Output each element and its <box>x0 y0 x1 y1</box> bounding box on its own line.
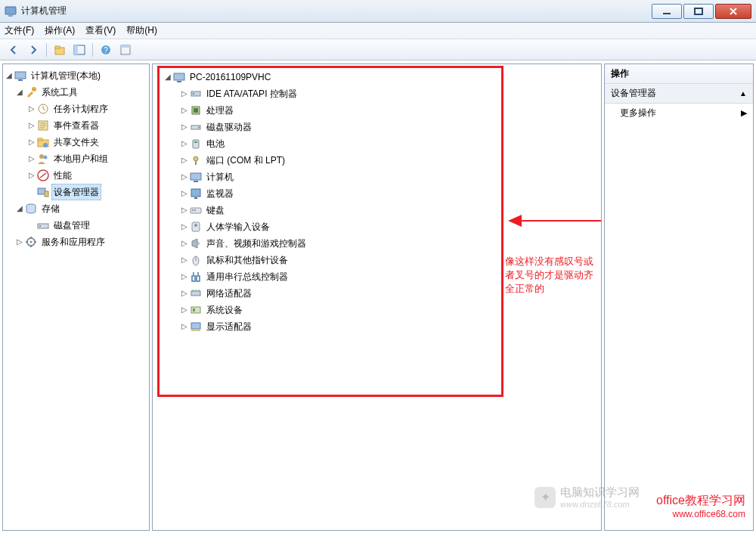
expand-icon[interactable]: ▷ <box>27 118 36 133</box>
expand-icon[interactable]: ▷ <box>180 319 189 334</box>
actions-subheader-label: 设备管理器 <box>611 87 656 100</box>
svg-rect-56 <box>191 330 200 331</box>
device-root[interactable]: ◢ PC-20161109PVHC <box>159 69 595 85</box>
tree-label: 任务计划程序 <box>51 101 110 117</box>
collapse-icon[interactable]: ◢ <box>5 68 14 83</box>
expand-icon[interactable]: ▷ <box>180 302 189 318</box>
device-category-icon <box>190 271 202 283</box>
computer-icon <box>173 71 185 83</box>
device-category[interactable]: ▷人体学输入设备 <box>159 218 595 235</box>
tree-root[interactable]: ◢ 计算机管理(本地) <box>5 67 147 84</box>
device-category[interactable]: ▷端口 (COM 和 LPT) <box>159 152 595 169</box>
help-button[interactable]: ? <box>97 42 115 58</box>
device-category[interactable]: ▷声音、视频和游戏控制器 <box>159 235 595 252</box>
expand-icon[interactable]: ▷ <box>27 168 36 183</box>
tree-localusers[interactable]: ▷ 本地用户和组 <box>5 150 147 167</box>
forward-button[interactable] <box>24 42 42 58</box>
expand-icon[interactable]: ▷ <box>27 101 36 116</box>
expand-icon[interactable]: ▷ <box>27 151 36 166</box>
tree-devicemanager[interactable]: ▷ 设备管理器 <box>5 184 147 200</box>
svg-point-37 <box>198 127 200 129</box>
device-category[interactable]: ▷磁盘驱动器 <box>159 119 595 135</box>
menubar: 文件(F) 操作(A) 查看(V) 帮助(H) <box>0 23 756 39</box>
tree-services[interactable]: ▷ 服务和应用程序 <box>5 234 147 250</box>
minimize-button[interactable] <box>652 4 682 19</box>
close-button[interactable] <box>715 4 751 19</box>
show-hide-tree-button[interactable] <box>70 42 88 58</box>
svg-rect-0 <box>5 7 16 14</box>
up-button[interactable] <box>51 42 69 58</box>
svg-rect-12 <box>15 72 26 79</box>
users-icon <box>37 153 49 165</box>
performance-icon <box>37 169 49 181</box>
tree-performance[interactable]: ▷ 性能 <box>5 167 147 184</box>
device-category-label: 键盘 <box>204 202 227 218</box>
device-category-icon <box>190 304 202 316</box>
tree-taskscheduler[interactable]: ▷ 任务计划程序 <box>5 101 147 117</box>
tree-label: 事件查看器 <box>51 117 101 134</box>
menu-help[interactable]: 帮助(H) <box>126 24 157 37</box>
svg-point-33 <box>193 93 194 95</box>
tree-diskmgmt[interactable]: ▷ 磁盘管理 <box>5 217 147 234</box>
expand-icon[interactable]: ▷ <box>180 153 189 168</box>
svg-rect-30 <box>174 73 184 80</box>
device-category[interactable]: ▷计算机 <box>159 169 595 185</box>
toolbar-separator <box>92 43 93 57</box>
device-category[interactable]: ▷IDE ATA/ATAPI 控制器 <box>159 85 595 102</box>
svg-rect-41 <box>195 161 197 165</box>
expand-icon[interactable]: ▷ <box>180 203 189 218</box>
watermark2-line2: www.office68.com <box>656 509 745 519</box>
device-category-label: 端口 (COM 和 LPT) <box>204 152 287 169</box>
maximize-button[interactable] <box>683 4 714 19</box>
device-category[interactable]: ▷系统设备 <box>159 302 595 318</box>
window-title: 计算机管理 <box>21 5 650 17</box>
expand-icon[interactable]: ▷ <box>180 253 189 268</box>
device-category-label: 磁盘驱动器 <box>204 119 254 135</box>
tree-label: 计算机管理(本地) <box>29 67 103 84</box>
expand-icon[interactable]: ▷ <box>180 219 189 234</box>
device-category[interactable]: ▷处理器 <box>159 102 595 119</box>
device-root-label: PC-20161109PVHC <box>187 69 273 85</box>
expand-icon[interactable]: ▷ <box>27 135 36 150</box>
device-category[interactable]: ▷电池 <box>159 135 595 152</box>
expand-icon[interactable]: ▷ <box>180 186 189 201</box>
tree-systools[interactable]: ◢ 系统工具 <box>5 84 147 101</box>
expand-icon[interactable]: ▷ <box>180 86 189 101</box>
collapse-icon[interactable]: ◢ <box>15 201 24 216</box>
device-category-icon <box>190 237 202 249</box>
tree-eventviewer[interactable]: ▷ 事件查看器 <box>5 117 147 134</box>
more-actions-item[interactable]: 更多操作 ▶ <box>605 104 753 122</box>
expand-icon[interactable]: ▷ <box>180 236 189 251</box>
collapse-icon[interactable]: ◢ <box>15 85 24 100</box>
left-tree-panel[interactable]: ◢ 计算机管理(本地) ◢ 系统工具 ▷ 任务计划程序 ▷ 事件查看器 ▷ 共享… <box>2 64 150 531</box>
device-category-icon <box>190 104 202 116</box>
expand-icon[interactable]: ▷ <box>180 136 189 151</box>
watermark2-line1: office教程学习网 <box>656 493 745 509</box>
expand-icon[interactable]: ▷ <box>15 234 24 249</box>
svg-rect-53 <box>191 307 200 313</box>
expand-icon[interactable]: ▷ <box>180 269 189 284</box>
expand-icon[interactable]: ▷ <box>180 286 189 301</box>
expand-icon[interactable]: ▷ <box>180 169 189 184</box>
device-category[interactable]: ▷键盘 <box>159 202 595 218</box>
svg-rect-39 <box>194 141 197 143</box>
tree-label: 磁盘管理 <box>51 217 92 234</box>
device-category-label: 通用串行总线控制器 <box>204 268 290 285</box>
tree-storage[interactable]: ◢ 存储 <box>5 200 147 217</box>
actions-subheader[interactable]: 设备管理器 ▲ <box>605 84 753 104</box>
device-category[interactable]: ▷显示适配器 <box>159 318 595 335</box>
menu-file[interactable]: 文件(F) <box>5 24 34 37</box>
menu-action[interactable]: 操作(A) <box>45 24 75 37</box>
svg-rect-2 <box>663 13 671 14</box>
expand-icon[interactable]: ▷ <box>180 119 189 135</box>
svg-rect-24 <box>45 191 48 197</box>
device-category[interactable]: ▷监视器 <box>159 185 595 202</box>
tree-sharedfolders[interactable]: ▷ 共享文件夹 <box>5 134 147 150</box>
collapse-icon[interactable]: ◢ <box>163 70 172 85</box>
properties-button[interactable] <box>116 42 135 58</box>
device-category-icon <box>190 88 202 100</box>
menu-view[interactable]: 查看(V) <box>85 24 116 37</box>
device-tree-panel[interactable]: ◢ PC-20161109PVHC ▷IDE ATA/ATAPI 控制器▷处理器… <box>152 64 602 531</box>
back-button[interactable] <box>5 42 23 58</box>
expand-icon[interactable]: ▷ <box>180 103 189 118</box>
